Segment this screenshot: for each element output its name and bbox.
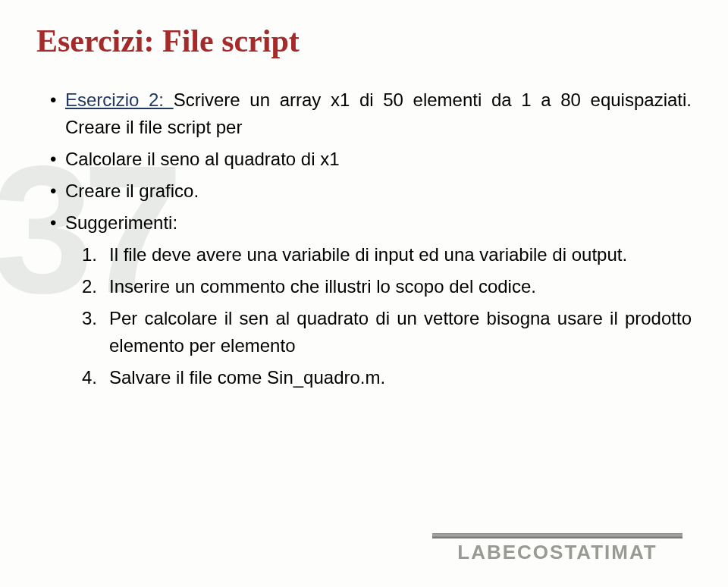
num-label-3: 3. xyxy=(82,305,97,332)
logo-bar xyxy=(432,533,682,538)
num-item-4: 4. Salvare il file come Sin_quadro.m. xyxy=(82,364,692,391)
logo-text: LABECOSTATIMAT xyxy=(432,541,682,564)
num-text-3: Per calcolare il sen al quadrato di un v… xyxy=(109,308,692,356)
footer-logo: LABECOSTATIMAT xyxy=(432,533,682,564)
num-label-2: 2. xyxy=(82,273,97,300)
bullet-exercise: Esercizio 2: Scrivere un array x1 di 50 … xyxy=(50,86,692,141)
bullet-calc: Calcolare il seno al quadrato di x1 xyxy=(50,146,692,173)
slide-content: Esercizi: File script Esercizio 2: Scriv… xyxy=(0,0,728,391)
num-text-4: Salvare il file come Sin_quadro.m. xyxy=(109,367,385,388)
num-item-2: 2. Inserire un commento che illustri lo … xyxy=(82,273,692,300)
numbered-list: 1. Il file deve avere una variabile di i… xyxy=(36,241,692,391)
body-content: Esercizio 2: Scrivere un array x1 di 50 … xyxy=(36,86,692,391)
slide-title: Esercizi: File script xyxy=(36,23,692,59)
bullet-list: Esercizio 2: Scrivere un array x1 di 50 … xyxy=(36,86,692,237)
bullet-suggest: Suggerimenti: xyxy=(50,209,692,237)
exercise-label: Esercizio 2: xyxy=(65,89,174,110)
num-item-3: 3. Per calcolare il sen al quadrato di u… xyxy=(82,305,692,359)
num-label-4: 4. xyxy=(82,364,97,391)
num-item-1: 1. Il file deve avere una variabile di i… xyxy=(82,241,692,268)
num-text-1: Il file deve avere una variabile di inpu… xyxy=(109,244,627,265)
num-label-1: 1. xyxy=(82,241,97,268)
bullet-graph: Creare il grafico. xyxy=(50,177,692,205)
num-text-2: Inserire un commento che illustri lo sco… xyxy=(109,276,536,297)
